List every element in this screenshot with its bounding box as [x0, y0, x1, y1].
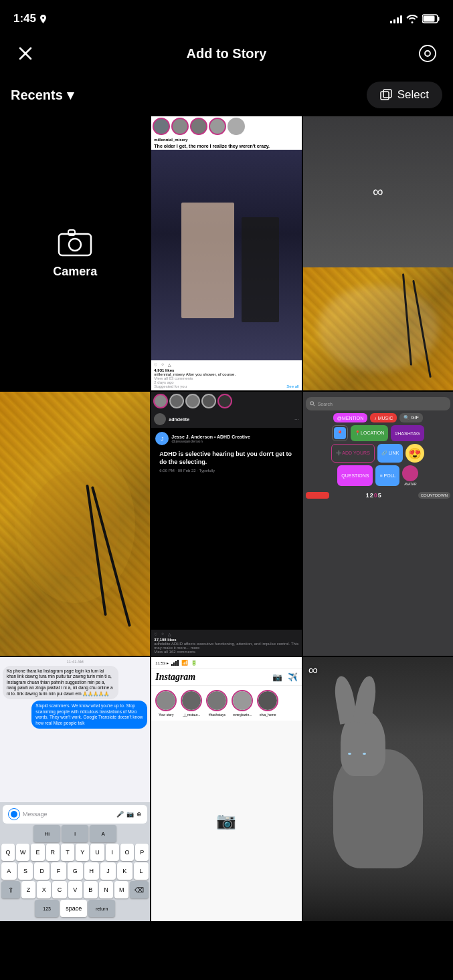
msg-time: 11:41 AM: [3, 660, 147, 664]
noodle-cell-1[interactable]: ∞: [303, 116, 453, 390]
key-y[interactable]: Y: [76, 844, 89, 861]
keyboard-overlay: Message 🎤 📷 ⊕ Hi I A Q W E R T Y U I O P: [0, 802, 150, 921]
key-r[interactable]: R: [46, 844, 60, 861]
key-i[interactable]: I: [62, 825, 88, 842]
key-j[interactable]: J: [100, 862, 116, 880]
select-label: Select: [397, 88, 429, 102]
countdown-chip[interactable]: 1 2 0 5: [363, 490, 384, 501]
key-h[interactable]: H: [84, 862, 100, 880]
message-screenshot-cell[interactable]: 11:41 AM Ka phone thara ka Instagram pag…: [0, 657, 150, 921]
ig-username: millennial_misery: [151, 136, 301, 143]
ig-actions: ♡○△ 4,931 likes millennial_misery After …: [151, 360, 301, 390]
ig-header-icons: 📷✈️: [272, 672, 298, 682]
key-n[interactable]: N: [99, 881, 113, 898]
select-button[interactable]: Select: [367, 82, 442, 108]
ig-screenshot2-cell[interactable]: 11:53 ▸ 📶 🔋 Instagram 📷✈️: [151, 657, 301, 921]
music-chip[interactable]: ♪ MUSIC: [370, 413, 397, 422]
ig-post-cell[interactable]: millennial_misery The older I get, the m…: [151, 116, 301, 390]
search-icon: [310, 401, 315, 406]
key-c[interactable]: C: [52, 881, 66, 898]
key-space[interactable]: space: [60, 900, 87, 917]
recents-bar: Recents ▾ Select: [0, 76, 453, 116]
key-o[interactable]: O: [120, 844, 134, 861]
key-hi[interactable]: Hi: [33, 825, 60, 842]
sticker-search[interactable]: Search: [306, 397, 450, 410]
gif-chip[interactable]: 🔍 GIF: [399, 413, 423, 422]
key-a2[interactable]: A: [1, 862, 17, 880]
message-input-bar[interactable]: Message 🎤 📷 ⊕: [3, 805, 147, 824]
adhd-subtext: 6:00 PM · 09 Feb 22 · Typefully: [155, 469, 297, 475]
infinity-icon-1: ∞: [373, 183, 383, 201]
settings-button[interactable]: [416, 41, 440, 66]
svg-rect-7: [381, 92, 389, 100]
adhd-post-cell[interactable]: adhdelite ··· J Jesse J. Anderson • ADHD…: [151, 392, 301, 656]
key-u[interactable]: U: [90, 844, 104, 861]
svg-rect-2: [424, 16, 435, 22]
link-chip[interactable]: 🔗 LINK: [377, 444, 403, 463]
msg-bubble-received: Ka phone thara ka Instagram page login k…: [3, 666, 118, 699]
key-z[interactable]: Z: [21, 881, 35, 898]
chevron-down-icon: ▾: [67, 87, 74, 103]
page-title: Add to Story: [37, 46, 416, 62]
poll-chip[interactable]: ≡ POLL: [375, 465, 399, 486]
key-return[interactable]: return: [88, 900, 115, 917]
ig-logo: Instagram: [155, 672, 195, 683]
avatar-chip[interactable]: [402, 465, 418, 481]
countdown-label[interactable]: COUNTDOWN: [418, 492, 450, 499]
key-v[interactable]: V: [68, 881, 82, 898]
key-e[interactable]: E: [31, 844, 44, 861]
close-button[interactable]: [13, 41, 37, 66]
svg-line-13: [313, 405, 314, 406]
location-chip[interactable]: 📍LOCATION: [351, 425, 388, 441]
stickers-cell[interactable]: Search @MENTION ♪ MUSIC 🔍 GIF 📍 📍LOCATIO…: [303, 392, 453, 656]
story-4: [228, 118, 245, 135]
emoji-chip[interactable]: 😍: [405, 444, 424, 463]
key-t[interactable]: T: [61, 844, 74, 861]
key-k[interactable]: K: [117, 862, 132, 880]
svg-rect-8: [383, 90, 391, 98]
key-f[interactable]: F: [51, 862, 66, 880]
time-label: 1:45: [13, 12, 36, 25]
camera-label: Camera: [53, 265, 97, 279]
key-m[interactable]: M: [114, 881, 128, 898]
recents-label-text: Recents: [11, 88, 63, 103]
key-b[interactable]: B: [84, 881, 98, 898]
key-g[interactable]: G: [68, 862, 83, 880]
mention-chip[interactable]: @MENTION: [333, 413, 367, 422]
key-delete[interactable]: ⌫: [130, 881, 149, 898]
key-a[interactable]: A: [90, 825, 116, 842]
key-i2[interactable]: I: [106, 844, 119, 861]
key-d[interactable]: D: [34, 862, 50, 880]
select-icon: [380, 89, 392, 101]
story-0: [153, 118, 170, 135]
recents-dropdown[interactable]: Recents ▾: [11, 87, 74, 103]
signal-bars: [390, 14, 402, 23]
key-123[interactable]: 123: [35, 900, 59, 917]
key-shift[interactable]: ⇧: [1, 881, 20, 898]
status-bar: 1:45: [0, 0, 453, 35]
add-yours-chip[interactable]: ➕ADD YOURS: [331, 444, 375, 463]
svg-point-12: [310, 402, 313, 405]
adhd-post-header: adhdelite ···: [151, 410, 301, 428]
story-3: [209, 118, 226, 135]
noodle-cell-2[interactable]: ∞: [0, 392, 150, 656]
countdown-bar: [306, 492, 329, 499]
hashtag-chip[interactable]: #HASHTAG: [391, 425, 424, 441]
photo-grid: Camera millennial_misery The older I get…: [0, 116, 453, 921]
sticker-icon-chip[interactable]: 📍: [332, 425, 348, 441]
key-x[interactable]: X: [37, 881, 51, 898]
camera-cell[interactable]: Camera: [0, 116, 150, 390]
location-icon: [39, 15, 47, 23]
key-l[interactable]: L: [134, 862, 149, 880]
key-w[interactable]: W: [16, 844, 29, 861]
key-s[interactable]: S: [18, 862, 33, 880]
status-icons: [390, 14, 440, 23]
search-placeholder: Search: [318, 402, 333, 406]
cat-cell[interactable]: ∞: [303, 657, 453, 921]
questions-chip[interactable]: QUESTIONS: [337, 465, 373, 486]
wifi-icon: [406, 14, 418, 23]
key-p[interactable]: P: [135, 844, 149, 861]
ig2-header: 11:53 ▸ 📶 🔋: [151, 657, 301, 669]
key-q[interactable]: Q: [1, 844, 15, 861]
svg-rect-9: [59, 234, 91, 255]
